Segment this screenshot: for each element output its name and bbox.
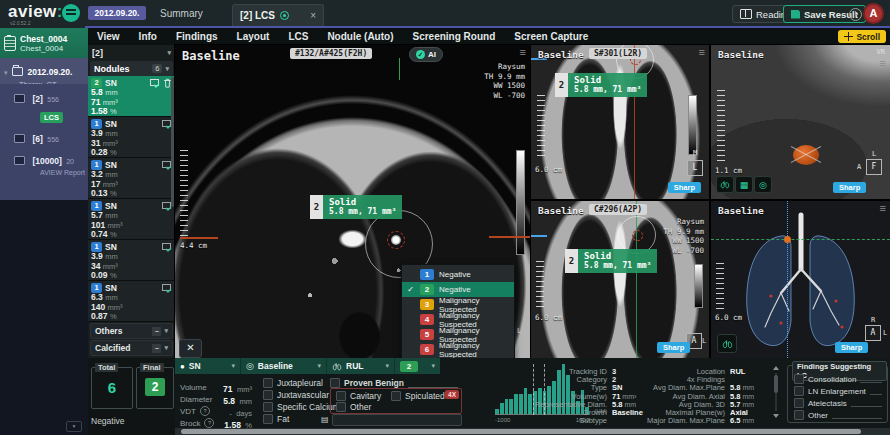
checkbox[interactable] — [794, 374, 804, 384]
viewport-sagittal[interactable]: Baseline S#301(L2R) ≡ 2 Solid 5.8 mm, 71… — [531, 45, 709, 199]
arrow-down-icon[interactable] — [773, 414, 779, 418]
hamburger-icon[interactable]: ≡ — [880, 202, 886, 214]
tab-lcs-active[interactable]: [2] LCS × — [232, 4, 324, 26]
grayscale-colorbar[interactable] — [516, 150, 525, 255]
check-consolidation[interactable]: Consolidation — [794, 374, 882, 384]
checkbox[interactable] — [263, 378, 273, 388]
grid-view-button[interactable]: ▦ — [735, 176, 753, 193]
nodule-label[interactable]: 2 Solid 5.8 mm, 71 mm³ — [565, 249, 657, 273]
menu-findings[interactable]: Findings — [176, 31, 218, 42]
sharp-kernel-chip[interactable]: Sharp — [835, 342, 868, 353]
location-selector[interactable]: RUL ▾ — [327, 358, 395, 374]
sidebar-footer-icon[interactable]: ▼ — [66, 421, 82, 432]
checkbox[interactable] — [330, 378, 340, 388]
study-row[interactable]: ▾ 2012.09.20. Thorax_CT — [0, 58, 88, 84]
nodule-card[interactable]: 1 SN 3.9 mm 31 mm³ 0.28 % — [88, 117, 175, 158]
menu-nodule-auto[interactable]: Nodule (Auto) — [327, 31, 393, 42]
check-other-morph[interactable]: Other — [336, 402, 371, 412]
user-avatar[interactable]: A — [863, 3, 884, 24]
hamburger-icon[interactable]: ≡ — [699, 46, 705, 58]
annotation-icon[interactable] — [162, 243, 172, 252]
scroll-thumb[interactable] — [181, 429, 861, 434]
sharp-kernel-chip[interactable]: Sharp — [668, 182, 701, 193]
grayscale-colorbar[interactable] — [694, 264, 703, 308]
minus-icon[interactable]: – — [152, 327, 161, 336]
minus-icon[interactable]: – — [152, 344, 161, 353]
nodule-card[interactable]: 1 SN 6.3 mm 140 mm³ 0.87 % — [88, 281, 175, 322]
others-section-header[interactable]: Others – ▾ — [90, 323, 173, 339]
nodule-group-header[interactable]: [2] ▾ — [88, 45, 175, 61]
horizontal-scrollbar[interactable] — [175, 428, 890, 435]
viewport-vr[interactable]: Baseline VR ≡ 1.1 cm ▦ ◎ L A F Sharp — [711, 45, 890, 199]
nodule-list-scrollbar[interactable] — [171, 77, 174, 207]
annotation-icon[interactable] — [162, 284, 172, 293]
viewport-axial-main[interactable]: Baseline #132/A#425(F2H) ✓ AI ≡ Raysum T… — [175, 45, 530, 358]
checkbox[interactable] — [263, 390, 273, 400]
lung-view-button[interactable] — [716, 176, 734, 193]
menu-lcs[interactable]: LCS — [288, 31, 308, 42]
check-proven-benign[interactable]: Proven Benign — [330, 378, 458, 388]
check-juxtapleural[interactable]: Juxtapleural — [263, 378, 323, 388]
nodule-card[interactable]: 1 SN 3.9 mm 34 mm³ 0.09 % — [88, 240, 175, 281]
calcified-section-header[interactable]: Calcified – ▾ — [90, 340, 173, 356]
menu-view[interactable]: View — [97, 31, 120, 42]
grayscale-colorbar[interactable] — [688, 95, 697, 155]
menu-item-category-6[interactable]: 6 Malignancy Suspected — [402, 342, 514, 357]
checkbox[interactable] — [794, 386, 804, 396]
nodule-card-selected[interactable]: 2 SN 5.8 mm 71 mm³ 1.58 % — [88, 76, 175, 117]
check-atelectasis[interactable]: Atelectasis — [794, 398, 882, 408]
checkbox[interactable] — [336, 391, 346, 401]
info-icon[interactable]: ? — [204, 418, 214, 428]
nodule-view-button[interactable]: ◎ — [754, 176, 772, 193]
check-fat[interactable]: Fat — [263, 414, 289, 424]
sharp-kernel-chip[interactable]: Sharp — [833, 182, 866, 193]
chevron-down-icon[interactable]: ▾ — [164, 344, 168, 352]
lung-view-button[interactable] — [717, 334, 737, 353]
growth-selector[interactable]: ◎ Baseline ▾ — [241, 358, 327, 374]
hamburger-icon[interactable]: ≡ — [520, 46, 526, 58]
history-clock-icon[interactable] — [849, 8, 862, 21]
annotation-icon[interactable] — [150, 79, 160, 88]
arrow-up-icon[interactable] — [773, 366, 779, 370]
tools-button[interactable]: ✕ — [179, 339, 202, 358]
check-cavitary[interactable]: Cavitary — [336, 391, 381, 401]
nodules-header[interactable]: Nodules 6 ▾ — [90, 61, 173, 76]
viewport-coronal[interactable]: Baseline C#296(A2P) Raysum TH 9.9 mm WW … — [531, 201, 709, 358]
proven-benign-input[interactable] — [408, 378, 458, 388]
menu-item-category-1[interactable]: 1 Negative — [402, 267, 514, 282]
nodule-card[interactable]: 1 SN 3.2 mm 17 mm³ 0.13 % — [88, 158, 175, 199]
check-juxtavascular[interactable]: Juxtavascular — [263, 390, 329, 400]
patient-card[interactable]: Chest_0004 Chest_0004 — [0, 28, 88, 58]
nodule-label[interactable]: 2 Solid 5.8 mm, 71 mm³ — [555, 73, 647, 97]
checkbox[interactable] — [263, 414, 273, 424]
nodule-card[interactable]: 1 SN 5.7 mm 101 mm³ 0.74 % — [88, 199, 175, 240]
check-specific-calcium[interactable]: Specific Calcium — [263, 402, 340, 412]
nodule-label[interactable]: 2 Solid 5.8 mm, 71 mm³ — [310, 195, 402, 219]
checkbox[interactable] — [263, 402, 273, 412]
other-lc-input[interactable] — [832, 411, 882, 419]
tab-summary[interactable]: Summary — [160, 6, 203, 22]
checkbox[interactable] — [794, 398, 804, 408]
menu-info[interactable]: Info — [139, 31, 157, 42]
checkbox[interactable] — [336, 402, 346, 412]
chevron-down-icon[interactable]: ▾ — [164, 327, 168, 335]
menu-layout[interactable]: Layout — [237, 31, 270, 42]
summary-scrollbar[interactable] — [773, 366, 779, 418]
category-selector[interactable]: 2 ▾ — [395, 358, 440, 374]
sharp-kernel-chip[interactable]: Sharp — [657, 342, 690, 353]
type-selector[interactable]: ● SN ▾ — [175, 358, 241, 374]
hamburger-icon[interactable]: ≡ — [880, 57, 886, 69]
close-icon[interactable]: × — [310, 10, 316, 21]
checkbox[interactable] — [391, 391, 401, 401]
menu-screening-round[interactable]: Screening Round — [412, 31, 495, 42]
check-ln-enlargement[interactable]: LN Enlargement — [794, 386, 882, 396]
series-item-2[interactable]: [6] 556 — [0, 124, 88, 146]
ai-toggle-button[interactable]: ✓ AI — [409, 47, 443, 62]
series-item-lcs[interactable]: [2] 556 LCS — [0, 84, 88, 124]
checkbox[interactable] — [794, 410, 804, 420]
scroll-tool-button[interactable]: Scroll — [838, 30, 886, 43]
check-spiculated[interactable]: Spiculated — [391, 391, 445, 401]
viewport-3d-lungs[interactable]: Baseline ≡ 6.0 cm R L A Sharp — [711, 201, 890, 358]
menu-screen-capture[interactable]: Screen Capture — [514, 31, 588, 42]
check-other-lc[interactable]: Other — [794, 410, 882, 420]
